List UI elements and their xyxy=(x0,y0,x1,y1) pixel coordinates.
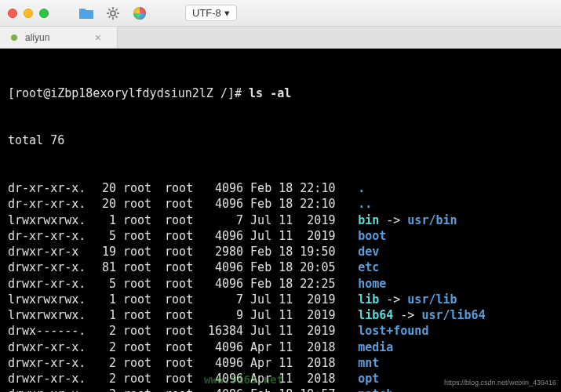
tab-aliyun[interactable]: aliyun × xyxy=(0,27,118,48)
svg-line-6 xyxy=(116,16,118,17)
listing-row: lrwxrwxrwx.1 root root7 Jul 11 2019 lib … xyxy=(8,292,553,307)
tabbar: aliyun × xyxy=(0,27,561,49)
toolbar xyxy=(78,5,148,21)
tab-label: aliyun xyxy=(25,32,49,43)
listing-row: dr-xr-xr-x.5 root root4096 Jul 11 2019 b… xyxy=(8,228,553,244)
terminal-pane[interactable]: [root@iZbp18exorylfdydsiun2lZ /]# ls -al… xyxy=(0,49,561,392)
svg-line-8 xyxy=(116,9,118,10)
color-wheel-icon[interactable] xyxy=(132,5,148,21)
listing-row: drwxr-xr-x19 root root2980 Feb 18 19:50 … xyxy=(8,244,553,260)
listing-row: drwx------.2 root root16384 Jul 11 2019 … xyxy=(8,323,553,339)
listing-row: drwxr-xr-x.2 root root4096 Apr 11 2018 m… xyxy=(8,355,553,371)
listing-row: drwxr-xr-x.5 root root4096 Feb 18 22:25 … xyxy=(8,276,553,292)
app-window: UTF-8 ▾ aliyun × [root@iZbp18exorylfdyds… xyxy=(0,0,561,392)
encoding-dropdown[interactable]: UTF-8 ▾ xyxy=(185,5,237,21)
prompt-line: [root@iZbp18exorylfdydsiun2lZ /]# ls -al xyxy=(8,85,553,101)
close-window-button[interactable] xyxy=(8,9,17,18)
folder-icon[interactable] xyxy=(78,5,94,21)
connection-status-icon xyxy=(11,34,17,41)
minimize-window-button[interactable] xyxy=(24,9,33,18)
maximize-window-button[interactable] xyxy=(39,9,49,18)
total-line: total 76 xyxy=(8,132,553,148)
shell-prompt: [root@iZbp18exorylfdydsiun2lZ /]# xyxy=(8,86,249,100)
command-text: ls -al xyxy=(249,86,291,100)
listing-row: lrwxrwxrwx.1 root root9 Jul 11 2019 lib6… xyxy=(8,307,553,323)
source-url-text: https://blog.csdn.net/weixin_439416 xyxy=(444,378,556,387)
chevron-down-icon: ▾ xyxy=(224,7,230,19)
titlebar: UTF-8 ▾ xyxy=(0,0,561,27)
svg-point-0 xyxy=(111,11,115,16)
gear-icon[interactable] xyxy=(105,5,121,21)
svg-line-7 xyxy=(109,16,111,17)
listing-row: drwxr-xr-x2 root root4096 Feb 18 19:57 p… xyxy=(8,387,553,392)
listing-row: lrwxrwxrwx.1 root root7 Jul 11 2019 bin … xyxy=(8,212,553,228)
listing-row: drwxr-xr-x.81 root root4096 Feb 18 20:05… xyxy=(8,260,553,275)
traffic-lights xyxy=(8,9,49,18)
file-listing: dr-xr-xr-x.20 root root4096 Feb 18 22:10… xyxy=(8,180,553,392)
tab-close-button[interactable]: × xyxy=(95,31,101,44)
listing-row: dr-xr-xr-x.20 root root4096 Feb 18 22:10… xyxy=(8,180,553,196)
listing-row: dr-xr-xr-x.20 root root4096 Feb 18 22:10… xyxy=(8,196,553,212)
svg-line-5 xyxy=(109,9,111,10)
encoding-label: UTF-8 xyxy=(192,7,221,19)
watermark-text: www.9i63.net xyxy=(204,372,283,387)
listing-row: drwxr-xr-x.2 root root4096 Apr 11 2018 m… xyxy=(8,339,553,355)
